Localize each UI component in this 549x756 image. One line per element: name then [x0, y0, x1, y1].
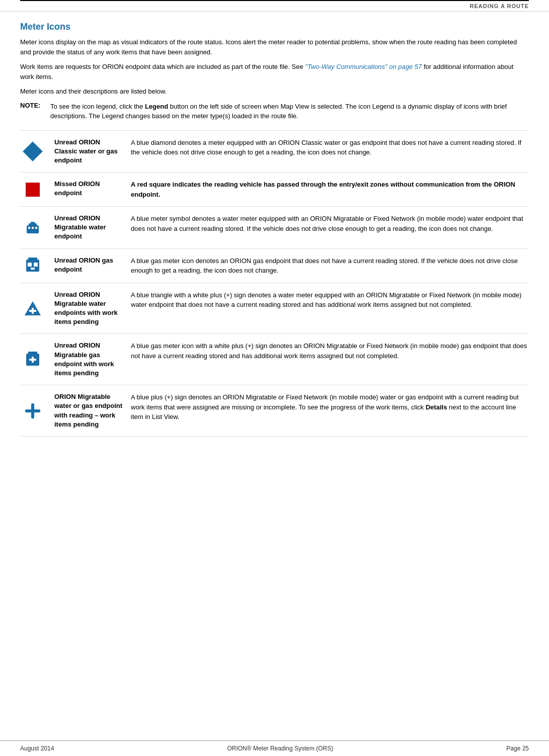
svg-rect-2: [31, 222, 35, 224]
footer-center: ORION® Meter Reading System (ORS): [227, 745, 333, 752]
page-container: READING A ROUTE Meter Icons Meter icons …: [0, 0, 549, 756]
note-content: To see the icon legend, click the Legend…: [50, 102, 529, 121]
svg-rect-0: [27, 225, 39, 233]
name-cell-1: Unread ORION Classic water or gas endpoi…: [50, 130, 131, 173]
plus-icon: [24, 402, 41, 419]
main-content: Meter Icons Meter icons display on the m…: [0, 12, 549, 467]
desc-cell-4: A blue gas meter icon denotes an ORION g…: [131, 248, 529, 283]
name-cell-7: ORION Migratable water or gas endpoint w…: [50, 385, 131, 437]
svg-rect-9: [34, 263, 38, 267]
table-row: Unread ORION Classic water or gas endpoi…: [20, 130, 529, 173]
name-cell-3: Unread ORION Migratable water endpoint: [50, 207, 131, 249]
svg-rect-15: [28, 352, 37, 354]
svg-rect-3: [28, 227, 30, 229]
note-label: NOTE:: [20, 102, 50, 121]
section-title: Meter Icons: [20, 22, 529, 32]
icon-cell-gas: [20, 248, 50, 283]
name-cell-4: Unread ORION gas endpoint: [50, 248, 131, 283]
icon-cell-plus: [20, 385, 50, 437]
svg-rect-13: [29, 310, 36, 312]
desc-cell-6: A blue gas meter icon with a white plus …: [131, 334, 529, 385]
gas-meter-icon: [24, 257, 41, 275]
icon-cell-diamond: [20, 130, 50, 173]
icon-table: Unread ORION Classic water or gas endpoi…: [20, 130, 529, 437]
intro-paragraph-3: Meter icons and their descriptions are l…: [20, 87, 529, 97]
table-row: Unread ORION Migratable gas endpoint wit…: [20, 334, 529, 385]
desc-cell-2: A red square indicates the reading vehic…: [131, 173, 529, 207]
name-cell-5: Unread ORION Migratable water endpoints …: [50, 283, 131, 334]
triangle-plus-icon: [24, 299, 42, 317]
page-header: READING A ROUTE: [0, 1, 549, 12]
svg-rect-17: [29, 359, 36, 361]
table-row: Unread ORION Migratable water endpoint A…: [20, 207, 529, 249]
desc-cell-1: A blue diamond denotes a meter equipped …: [131, 130, 529, 173]
table-row: ORION Migratable water or gas endpoint w…: [20, 385, 529, 437]
desc-cell-3: A blue meter symbol denotes a water mete…: [131, 207, 529, 249]
red-square-icon: [26, 183, 40, 197]
table-row: Unread ORION gas endpoint A blue gas met…: [20, 248, 529, 283]
water-meter-icon: [24, 218, 42, 236]
icon-cell-square: [20, 173, 50, 207]
footer-left: August 2014: [20, 745, 54, 752]
svg-rect-4: [32, 227, 34, 229]
name-cell-2: Missed ORION endpoint: [50, 173, 131, 207]
intro-paragraph-2: Work items are requests for ORION endpoi…: [20, 62, 529, 81]
footer-right: Page 25: [506, 745, 529, 752]
icon-cell-triangle-plus: [20, 283, 50, 334]
icon-cell-gas-plus: [20, 334, 50, 385]
svg-rect-10: [31, 268, 35, 270]
table-row: Missed ORION endpoint A red square indic…: [20, 173, 529, 207]
icon-cell-water: [20, 207, 50, 249]
gas-plus-icon: [24, 351, 41, 369]
desc-cell-7: A blue plus (+) sign denotes an ORION Mi…: [131, 385, 529, 437]
note-block: NOTE: To see the icon legend, click the …: [20, 102, 529, 121]
intro-paragraph-1: Meter icons display on the map as visual…: [20, 37, 529, 57]
diamond-icon: [23, 141, 43, 161]
svg-rect-7: [28, 258, 37, 260]
table-row: Unread ORION Migratable water endpoints …: [20, 283, 529, 334]
svg-rect-5: [35, 227, 37, 229]
svg-rect-8: [28, 263, 32, 267]
name-cell-6: Unread ORION Migratable gas endpoint wit…: [50, 334, 131, 385]
two-way-link[interactable]: "Two-Way Communications" on page 57: [305, 63, 422, 70]
page-footer: August 2014 ORION® Meter Reading System …: [0, 740, 549, 756]
page-header-title: READING A ROUTE: [470, 3, 529, 9]
desc-cell-5: A blue triangle with a white plus (+) si…: [131, 283, 529, 334]
svg-rect-19: [25, 409, 40, 412]
